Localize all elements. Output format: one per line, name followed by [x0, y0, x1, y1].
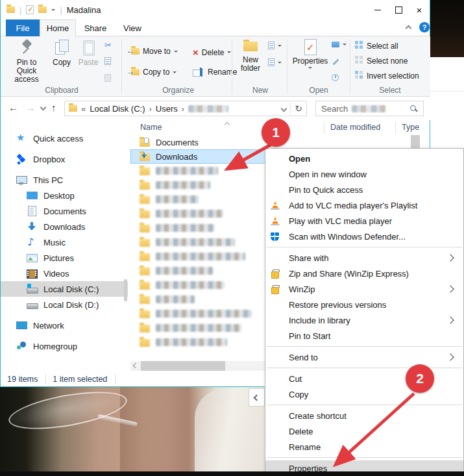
delete-button[interactable]: × Delete — [193, 47, 231, 58]
sidebar-item-this-pc[interactable]: This PC — [1, 172, 128, 188]
maximize-button[interactable] — [388, 1, 409, 18]
copy-to-label: Copy to — [143, 68, 169, 77]
history-button[interactable] — [332, 74, 339, 81]
qat-dropdown-icon[interactable] — [51, 9, 55, 11]
menu-item-create-shortcut[interactable]: Create shortcut — [265, 408, 463, 423]
sidebar-item-local-disk-c[interactable]: Local Disk (C:) — [1, 281, 128, 297]
copy-button[interactable]: Copy — [49, 39, 75, 67]
ribbon-separator — [350, 39, 350, 94]
tab-file[interactable]: File — [6, 19, 40, 36]
breadcrumb-drive[interactable]: Local Disk (C:) — [90, 104, 145, 114]
menu-item-share-with[interactable]: Share with — [265, 250, 463, 266]
copy-label: Copy — [53, 58, 71, 67]
sidebar-item-local-disk-d[interactable]: Local Disk (D:) — [1, 297, 128, 312]
file-name-redacted — [156, 281, 225, 289]
invert-selection-button[interactable]: Invert selection — [355, 71, 419, 81]
new-item-button[interactable] — [268, 42, 282, 49]
new-folder-icon — [242, 39, 259, 53]
tab-view[interactable]: View — [115, 19, 150, 36]
carousel-prev-button[interactable] — [249, 388, 265, 407]
sidebar-item-downloads[interactable]: Downloads — [1, 219, 128, 234]
sidebar-item-desktop[interactable]: Desktop — [1, 188, 128, 203]
menu-item-open[interactable]: Open — [265, 151, 463, 166]
documents-folder-icon — [140, 138, 151, 147]
scroll-left-icon[interactable] — [133, 363, 138, 368]
file-name: Downloads — [156, 152, 197, 162]
sidebar-item-homegroup[interactable]: Homegroup — [1, 338, 128, 354]
new-item-icon — [268, 42, 275, 49]
menu-item-pin-to-start[interactable]: Pin to Start — [265, 328, 463, 344]
copy-path-button[interactable] — [104, 57, 111, 65]
sidebar-item-dropbox[interactable]: Dropbox — [1, 151, 128, 167]
sidebar-item-pictures[interactable]: Pictures — [1, 250, 128, 266]
pin-to-quick-access-button[interactable]: Pin to Quick access — [6, 39, 47, 84]
select-all-button[interactable]: Select all — [355, 42, 398, 51]
menu-separator — [267, 346, 462, 347]
menu-icon-slot — [271, 269, 289, 278]
paste-icon — [82, 39, 95, 56]
new-folder-button[interactable]: New folder — [236, 39, 265, 73]
menu-item-scan-with-windows-defender[interactable]: Scan with Windows Defender... — [265, 229, 463, 244]
diskd-icon — [27, 299, 38, 310]
sidebar-item-quick-access[interactable]: Quick access — [1, 131, 128, 146]
up-button[interactable]: ↑ — [51, 102, 56, 113]
breadcrumb-users[interactable]: Users — [156, 104, 178, 114]
menu-item-delete[interactable]: Delete — [265, 423, 463, 439]
menu-item-send-to[interactable]: Send to — [265, 349, 463, 365]
sidebar-item-documents[interactable]: Documents — [1, 203, 128, 219]
file-name-redacted — [156, 310, 252, 318]
menu-item-play-with-vlc-media-player[interactable]: Play with VLC media player — [265, 213, 463, 229]
minimize-button[interactable] — [367, 1, 388, 18]
refresh-icon[interactable]: ↻ — [295, 103, 302, 114]
menu-item-label: Add to VLC media player's Playlist — [289, 201, 417, 210]
help-icon[interactable]: ? — [419, 22, 430, 32]
address-bar[interactable]: « Local Disk (C:) › Users › ↻ — [64, 101, 307, 116]
back-button[interactable]: ← — [8, 102, 18, 113]
diskc-icon — [27, 284, 38, 294]
qat-folder-icon[interactable] — [38, 6, 47, 13]
easy-access-icon — [268, 58, 275, 66]
menu-item-copy[interactable]: Copy — [265, 386, 463, 402]
properties-button[interactable]: Properties — [291, 39, 329, 69]
open-button[interactable] — [332, 42, 347, 47]
sidebar-item-music[interactable]: Music — [1, 234, 128, 250]
sidebar-scrollbar-thumb[interactable] — [124, 279, 127, 301]
menu-item-pin-to-quick-access[interactable]: Pin to Quick access — [265, 182, 463, 197]
qat-properties-icon[interactable] — [26, 5, 34, 14]
menu-item-open-in-new-window[interactable]: Open in new window — [265, 166, 463, 182]
select-none-button[interactable]: Select none — [355, 56, 408, 66]
rename-button[interactable]: Rename — [193, 68, 237, 77]
menu-item-winzip[interactable]: WinZip — [265, 281, 463, 297]
sidebar-item-network[interactable]: Network — [1, 318, 128, 333]
collapse-ribbon-icon[interactable] — [406, 25, 412, 32]
tab-share[interactable]: Share — [76, 19, 115, 36]
recent-locations-icon[interactable] — [40, 105, 47, 111]
sidebar-item-videos[interactable]: Videos — [1, 266, 128, 281]
menu-item-include-in-library[interactable]: Include in library — [265, 312, 463, 328]
horizontal-scrollbar-thumb[interactable] — [141, 361, 225, 371]
column-header-type[interactable]: Type — [402, 123, 419, 132]
menu-item-zip-and-share-winzip-express[interactable]: Zip and Share (WinZip Express) — [265, 266, 463, 281]
column-divider[interactable] — [324, 121, 324, 134]
paste-shortcut-button[interactable] — [104, 74, 111, 82]
column-header-date-modified[interactable]: Date modified — [330, 123, 380, 132]
sidebar-item-label: Network — [33, 321, 64, 331]
cut-button[interactable]: ✂ — [104, 40, 112, 50]
close-button[interactable]: × — [409, 1, 430, 18]
paste-button[interactable]: Paste — [76, 39, 101, 67]
menu-item-restore-previous-versions[interactable]: Restore previous versions — [265, 297, 463, 312]
address-dropdown-icon[interactable] — [281, 105, 287, 112]
title-bar[interactable]: | | Madalina × — [1, 0, 430, 19]
column-divider[interactable] — [395, 121, 396, 134]
column-header-name[interactable]: Name — [140, 123, 162, 132]
edit-button[interactable] — [332, 58, 339, 66]
menu-item-rename[interactable]: Rename — [265, 439, 463, 455]
easy-access-button[interactable] — [268, 58, 282, 66]
forward-button[interactable]: → — [25, 102, 35, 113]
menu-item-add-to-vlc-media-player-s-playlist[interactable]: Add to VLC media player's Playlist — [265, 197, 463, 213]
tab-home[interactable]: Home — [40, 19, 76, 36]
move-to-button[interactable]: Move to — [128, 47, 178, 56]
copy-to-button[interactable]: Copy to — [128, 68, 177, 77]
search-box[interactable]: Search — [315, 101, 424, 116]
search-icon[interactable] — [409, 105, 418, 113]
